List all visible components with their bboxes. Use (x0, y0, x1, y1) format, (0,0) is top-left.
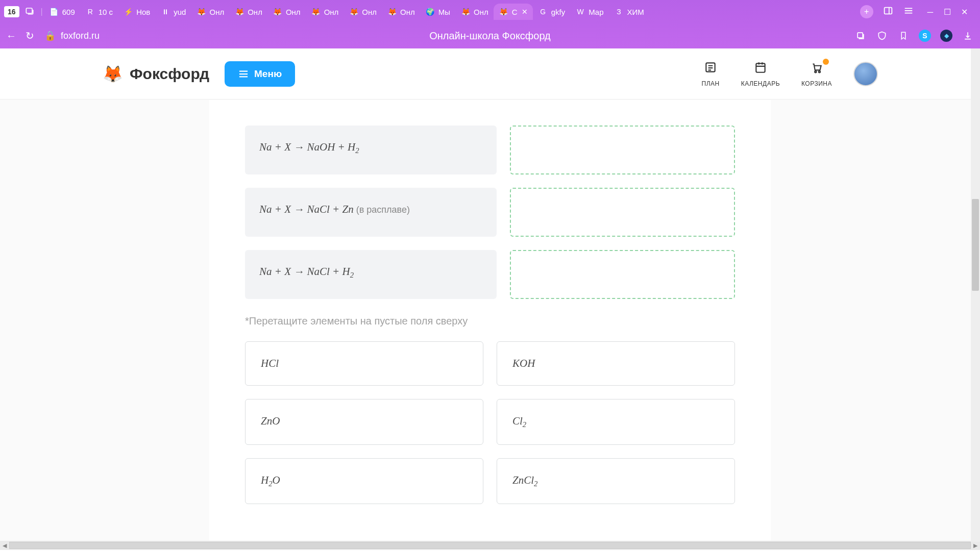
vertical-scrollbar[interactable] (971, 48, 980, 542)
drop-target[interactable] (510, 126, 735, 174)
browser-tab[interactable]: ⚡Нов (118, 4, 155, 20)
equation-formula: Na + X → NaCl + H2 (259, 265, 354, 278)
tab-label: Онл (474, 8, 488, 16)
browser-tab[interactable]: 🌍Мы (420, 4, 455, 20)
popup-icon[interactable] (854, 30, 867, 42)
drag-option[interactable]: HCl (245, 341, 483, 386)
browser-tab[interactable]: R10 с (80, 4, 118, 20)
drag-option[interactable]: Cl2 (497, 399, 735, 445)
browser-tab[interactable]: 🦊Онл (267, 4, 306, 20)
tab-favicon: 📄 (49, 7, 59, 17)
cart-badge (823, 59, 829, 65)
svg-rect-0 (26, 8, 32, 13)
brand-name: Фоксфорд (130, 65, 209, 83)
equation-suffix: (в расплаве) (354, 205, 410, 215)
browser-tab[interactable]: 🦊Онл (344, 4, 382, 20)
tab-actions-right: + ─ ☐ ✕ (860, 5, 976, 18)
tab-label: gkfy (551, 8, 566, 16)
shield-icon[interactable] (876, 30, 888, 42)
logo[interactable]: 🦊 Фоксфорд (102, 63, 209, 85)
svg-rect-1 (884, 8, 892, 14)
drag-option[interactable]: ZnCl2 (497, 458, 735, 504)
scroll-left-icon[interactable]: ◀ (0, 542, 9, 549)
url-text: foxford.ru (61, 31, 100, 41)
scrollbar-track[interactable] (9, 542, 971, 549)
tab-label: Онл (324, 8, 339, 16)
tab-bar: 16 | 📄609R10 с⚡Нов⏸yud🦊Онл🦊Онл🦊Онл🦊Онл🦊О… (0, 0, 980, 23)
url-box[interactable]: 🔒 foxford.ru (44, 30, 100, 41)
extension-icon[interactable]: ◆ (940, 30, 952, 42)
lock-icon: 🔒 (44, 30, 56, 41)
tab-label: Мы (438, 8, 450, 16)
svg-point-5 (815, 71, 816, 72)
equation-row: Na + X → NaCl + Zn (в расплаве) (245, 188, 735, 237)
download-icon[interactable] (962, 30, 974, 42)
tab-label: Онл (400, 8, 415, 16)
tab-favicon: 🦊 (349, 7, 359, 17)
nav-plan[interactable]: ПЛАН (702, 61, 720, 87)
drag-option[interactable]: KOH (497, 341, 735, 386)
browser-tab[interactable]: 🦊Онл (306, 4, 344, 20)
scroll-right-icon[interactable]: ▶ (971, 542, 980, 549)
page-title: Онлайн-школа Фоксфорд (429, 30, 551, 42)
browser-tab[interactable]: 🦊Онл (191, 4, 229, 20)
address-bar: ← ↻ 🔒 foxford.ru Онлайн-школа Фоксфорд S… (0, 23, 980, 48)
menu-icon[interactable] (903, 5, 914, 18)
svg-rect-2 (857, 33, 863, 38)
site-header: 🦊 Фоксфорд Меню ПЛАН КАЛЕНДАРЬ КОРЗИНА (0, 48, 980, 99)
tab-favicon: 🦊 (234, 7, 244, 17)
tab-label: 609 (62, 8, 75, 16)
close-tab-icon[interactable]: ✕ (522, 8, 528, 16)
add-tab-button[interactable]: + (860, 5, 873, 18)
bookmark-icon[interactable] (897, 30, 910, 42)
nav-calendar[interactable]: КАЛЕНДАРЬ (741, 61, 780, 87)
tab-label: 10 с (99, 8, 113, 16)
avatar[interactable] (853, 62, 878, 86)
tab-favicon: 🦊 (460, 7, 471, 17)
drop-target[interactable] (510, 188, 735, 237)
browser-tab[interactable]: 🦊Онл (229, 4, 267, 20)
close-window-icon[interactable]: ✕ (961, 8, 968, 16)
drag-option[interactable]: ZnO (245, 399, 483, 445)
browser-tab[interactable]: WМар (570, 4, 608, 20)
tab-separator: | (41, 7, 43, 16)
tab-label: Онл (286, 8, 301, 16)
tab-counter[interactable]: 16 (4, 6, 19, 17)
equation-row: Na + X → NaOH + H2 (245, 126, 735, 174)
svg-rect-4 (756, 63, 765, 72)
menu-button[interactable]: Меню (225, 61, 295, 87)
browser-tab[interactable]: ЗХИМ (609, 4, 649, 20)
scrollbar-thumb[interactable] (972, 199, 979, 291)
tab-favicon: W (575, 7, 585, 17)
equation-formula: Na + X → NaOH + H2 (259, 141, 359, 153)
back-icon[interactable]: ← (6, 30, 16, 42)
browser-tab[interactable]: ⏸yud (155, 4, 191, 20)
nav-cart[interactable]: КОРЗИНА (801, 61, 832, 87)
maximize-icon[interactable]: ☐ (944, 8, 951, 16)
cart-icon (810, 61, 823, 77)
minimize-icon[interactable]: ─ (927, 8, 933, 16)
sidebar-toggle-icon[interactable] (883, 5, 894, 18)
fox-icon: 🦊 (102, 63, 124, 85)
tab-favicon: 🦊 (499, 7, 509, 17)
browser-tab[interactable]: 📄609 (44, 4, 80, 20)
answer-options: HClKOHZnOCl2H2OZnCl2 (245, 341, 735, 504)
drop-target[interactable] (510, 250, 735, 299)
tab-label: Онл (362, 8, 377, 16)
menu-button-label: Меню (254, 68, 282, 80)
new-tab-button[interactable] (24, 6, 35, 18)
equation-formula: Na + X → NaCl + Zn (259, 203, 354, 215)
horizontal-scrollbar[interactable]: ◀ ▶ (0, 541, 980, 550)
browser-tab[interactable]: 🦊Онл (382, 4, 420, 20)
browser-tab[interactable]: 🦊С✕ (494, 4, 533, 20)
plan-icon (704, 61, 717, 77)
browser-chrome: 16 | 📄609R10 с⚡Нов⏸yud🦊Онл🦊Онл🦊Онл🦊Онл🦊О… (0, 0, 980, 48)
content-area: Na + X → NaOH + H2Na + X → NaCl + Zn (в … (0, 99, 980, 541)
shazam-icon[interactable]: S (919, 30, 931, 42)
browser-tab[interactable]: 🦊Онл (455, 4, 494, 20)
nav-plan-label: ПЛАН (702, 80, 720, 87)
reload-icon[interactable]: ↻ (26, 30, 34, 42)
window-controls: ─ ☐ ✕ (923, 7, 972, 17)
drag-option[interactable]: H2O (245, 458, 483, 504)
browser-tab[interactable]: Ggkfy (533, 4, 571, 20)
